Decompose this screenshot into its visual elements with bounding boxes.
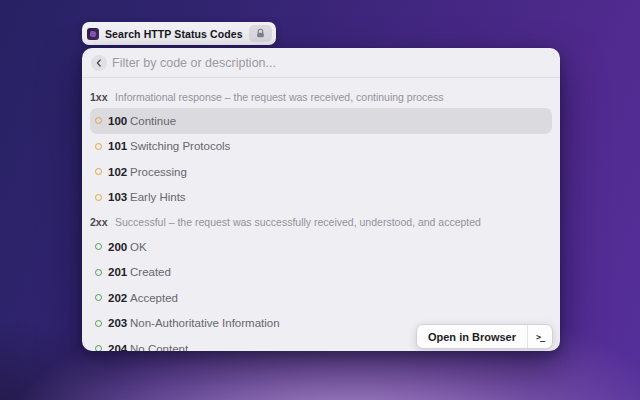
status-row[interactable]: 100 Continue bbox=[90, 108, 552, 134]
section-description: Informational response – the request was… bbox=[115, 91, 444, 103]
status-circle-icon bbox=[95, 117, 102, 124]
status-label: Accepted bbox=[130, 292, 178, 304]
status-circle-icon bbox=[95, 294, 102, 301]
terminal-button[interactable]: >_ bbox=[527, 325, 552, 348]
section-description: Successful – the request was successfull… bbox=[115, 216, 481, 228]
status-row[interactable]: 201 Created bbox=[90, 260, 552, 286]
window-title: Search HTTP Status Codes bbox=[105, 28, 243, 40]
open-in-browser-button[interactable]: Open in Browser bbox=[417, 325, 527, 348]
status-circle-icon bbox=[95, 143, 102, 150]
terminal-icon: >_ bbox=[536, 332, 544, 342]
status-code: 202 bbox=[108, 292, 130, 304]
lock-badge[interactable] bbox=[249, 25, 272, 42]
status-row[interactable]: 103 Early Hints bbox=[90, 185, 552, 211]
status-list: 1xx Informational response – the request… bbox=[82, 78, 560, 351]
status-code: 103 bbox=[108, 191, 130, 203]
status-label: OK bbox=[130, 241, 147, 253]
search-input[interactable] bbox=[112, 56, 550, 70]
section-code: 1xx bbox=[90, 91, 115, 103]
status-label: No Content bbox=[130, 343, 188, 351]
status-circle-icon bbox=[95, 345, 102, 351]
chevron-left-icon bbox=[95, 59, 103, 67]
section-code: 2xx bbox=[90, 216, 115, 228]
lock-icon bbox=[255, 28, 266, 39]
status-label: Continue bbox=[130, 115, 176, 127]
status-code: 203 bbox=[108, 317, 130, 329]
section-header: 1xx Informational response – the request… bbox=[90, 78, 552, 108]
status-row[interactable]: 101 Switching Protocols bbox=[90, 134, 552, 160]
search-bar bbox=[82, 48, 560, 78]
status-code: 200 bbox=[108, 241, 130, 253]
status-label: Early Hints bbox=[130, 191, 186, 203]
section-header: 2xx Successful – the request was success… bbox=[90, 210, 552, 234]
status-circle-icon bbox=[95, 320, 102, 327]
status-code: 100 bbox=[108, 115, 130, 127]
status-circle-icon bbox=[95, 243, 102, 250]
extension-icon-glyph bbox=[90, 30, 97, 37]
status-circle-icon bbox=[95, 168, 102, 175]
status-label: Non-Authoritative Information bbox=[130, 317, 280, 329]
status-row[interactable]: 200 OK bbox=[90, 234, 552, 260]
status-circle-icon bbox=[95, 269, 102, 276]
status-code: 201 bbox=[108, 266, 130, 278]
footer-actions: Open in Browser >_ bbox=[416, 324, 553, 349]
window-title-chip[interactable]: Search HTTP Status Codes bbox=[82, 22, 276, 45]
status-row[interactable]: 202 Accepted bbox=[90, 285, 552, 311]
status-label: Processing bbox=[130, 166, 187, 178]
status-row[interactable]: 102 Processing bbox=[90, 159, 552, 185]
status-code: 101 bbox=[108, 140, 130, 152]
back-button[interactable] bbox=[91, 55, 107, 71]
status-circle-icon bbox=[95, 194, 102, 201]
status-label: Created bbox=[130, 266, 171, 278]
command-palette-window: 1xx Informational response – the request… bbox=[82, 48, 560, 351]
status-label: Switching Protocols bbox=[130, 140, 230, 152]
extension-icon bbox=[87, 28, 99, 40]
desktop-background: Search HTTP Status Codes 1xx Information… bbox=[0, 0, 640, 400]
status-code: 102 bbox=[108, 166, 130, 178]
status-code: 204 bbox=[108, 343, 130, 351]
